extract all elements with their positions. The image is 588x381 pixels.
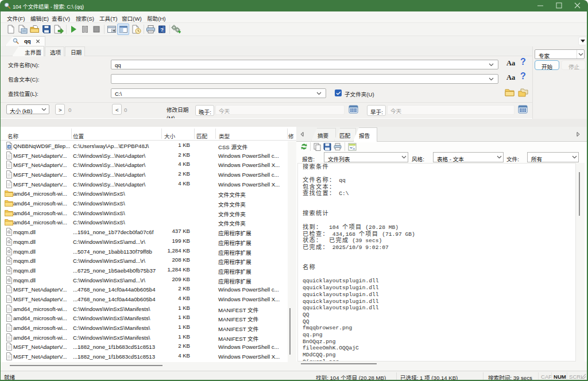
svg-text:?: ? — [160, 27, 164, 33]
